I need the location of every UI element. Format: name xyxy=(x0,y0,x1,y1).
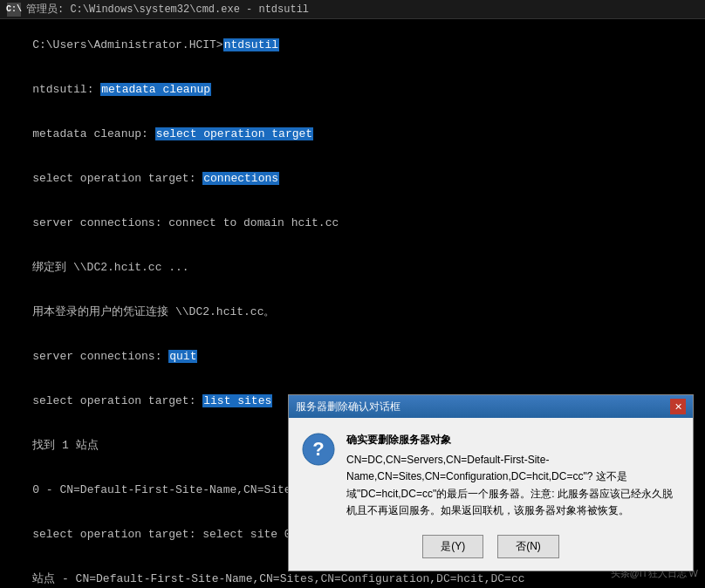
dialog-title-bar: 服务器删除确认对话框 ✕ xyxy=(289,395,693,418)
terminal: C:\Users\Administrator.HCIT>ntdsutil ntd… xyxy=(0,19,705,588)
dialog-content-row: ? 确实要删除服务器对象 CN=DC,CN=Servers,CN=Default… xyxy=(301,432,681,519)
cmd-icon: C:\ xyxy=(7,3,21,17)
title-bar: C:\ 管理员: C:\Windows\system32\cmd.exe - n… xyxy=(0,0,705,19)
delete-confirm-dialog: 服务器删除确认对话框 ✕ ? 确实要删除服务器对象 xyxy=(288,394,694,571)
no-button[interactable]: 否(N) xyxy=(497,535,559,558)
dialog-confirm-body: CN=DC,CN=Servers,CN=Default-First-Site-N… xyxy=(346,452,681,519)
dialog-text: 确实要删除服务器对象 CN=DC,CN=Servers,CN=Default-F… xyxy=(346,432,681,519)
dialog-body: ? 确实要删除服务器对象 CN=DC,CN=Servers,CN=Default… xyxy=(289,418,693,571)
yes-button[interactable]: 是(Y) xyxy=(422,535,483,558)
question-icon: ? xyxy=(301,432,336,467)
title-bar-text: 管理员: C:\Windows\system32\cmd.exe - ntdsu… xyxy=(26,2,309,17)
dialog-title: 服务器删除确认对话框 xyxy=(296,400,400,414)
dialog-overlay: 服务器删除确认对话框 ✕ ? 确实要删除服务器对象 xyxy=(0,19,705,588)
dialog-buttons: 是(Y) 否(N) xyxy=(301,531,681,558)
dialog-confirm-title: 确实要删除服务器对象 xyxy=(346,432,681,448)
dialog-close-button[interactable]: ✕ xyxy=(670,399,686,414)
svg-text:?: ? xyxy=(312,438,324,460)
